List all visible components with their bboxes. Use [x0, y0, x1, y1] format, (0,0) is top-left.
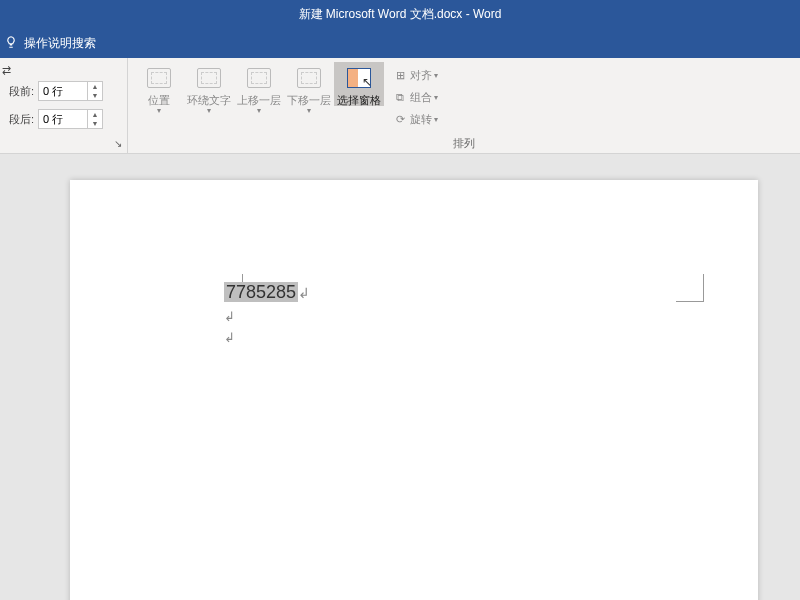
arrange-group: 位置 ▾ 环绕文字 ▾ 上移一层 ▾ 下移一层 ▾ 选择窗格 — [128, 58, 800, 153]
align-button: ⊞ 对齐 ▾ — [388, 64, 442, 86]
spin-down-icon[interactable]: ▼ — [88, 119, 102, 128]
indent-icon: ⇄ — [0, 62, 11, 77]
rotate-button: ⟳ 旋转 ▾ — [388, 108, 442, 130]
chevron-down-icon: ▾ — [434, 93, 438, 102]
chevron-down-icon: ▾ — [157, 106, 161, 115]
send-backward-button: 下移一层 ▾ — [284, 62, 334, 115]
group-button: ⧉ 组合 ▾ — [388, 86, 442, 108]
selected-text[interactable]: 7785285 — [224, 282, 298, 302]
spin-up-icon[interactable]: ▲ — [88, 82, 102, 91]
space-before-input[interactable] — [39, 85, 87, 97]
group-icon: ⧉ — [392, 91, 408, 104]
tell-me-label: 操作说明搜索 — [24, 35, 96, 52]
document-workspace[interactable]: 7785285↲ ↲ ↲ — [0, 154, 800, 600]
ribbon: ⇄ 段前: ▲▼ 段后: ▲▼ ↘ 位置 — [0, 58, 800, 154]
lightbulb-icon — [4, 35, 18, 52]
position-icon — [143, 64, 175, 92]
align-icon: ⊞ — [392, 69, 408, 82]
space-before-spinner[interactable]: ▲▼ — [38, 81, 103, 101]
group-label — [0, 139, 127, 153]
paragraph-spacing-group: ⇄ 段前: ▲▼ 段后: ▲▼ ↘ — [0, 58, 128, 153]
chevron-down-icon: ▾ — [207, 106, 211, 115]
wrap-text-button: 环绕文字 ▾ — [184, 62, 234, 115]
chevron-down-icon: ▾ — [257, 106, 261, 115]
selection-pane-icon — [343, 64, 375, 92]
space-before-label: 段前: — [0, 84, 34, 99]
margin-mark — [676, 274, 704, 302]
space-after-label: 段后: — [0, 112, 34, 127]
chevron-down-icon: ▾ — [307, 106, 311, 115]
chevron-down-icon: ▾ — [434, 71, 438, 80]
space-after-spinner[interactable]: ▲▼ — [38, 109, 103, 129]
paragraph-mark-icon: ↲ — [224, 309, 310, 324]
chevron-down-icon: ▾ — [434, 115, 438, 124]
spin-up-icon[interactable]: ▲ — [88, 110, 102, 119]
send-backward-icon — [293, 64, 325, 92]
bring-forward-icon — [243, 64, 275, 92]
tell-me-bar[interactable]: 操作说明搜索 — [0, 28, 800, 58]
wrap-text-icon — [193, 64, 225, 92]
rotate-icon: ⟳ — [392, 113, 408, 126]
dialog-launcher-icon[interactable]: ↘ — [111, 137, 125, 151]
title-bar: 新建 Microsoft Word 文档.docx - Word — [0, 0, 800, 28]
document-page[interactable] — [70, 180, 758, 600]
window-title: 新建 Microsoft Word 文档.docx - Word — [299, 6, 502, 23]
selection-pane-button[interactable]: 选择窗格 — [334, 62, 384, 106]
document-body[interactable]: 7785285↲ ↲ ↲ — [224, 282, 310, 345]
space-after-input[interactable] — [39, 113, 87, 125]
paragraph-mark-icon: ↲ — [298, 285, 310, 301]
bring-forward-button: 上移一层 ▾ — [234, 62, 284, 115]
arrange-group-label: 排列 — [128, 136, 800, 153]
paragraph-mark-icon: ↲ — [224, 330, 310, 345]
spin-down-icon[interactable]: ▼ — [88, 91, 102, 100]
position-button: 位置 ▾ — [134, 62, 184, 115]
